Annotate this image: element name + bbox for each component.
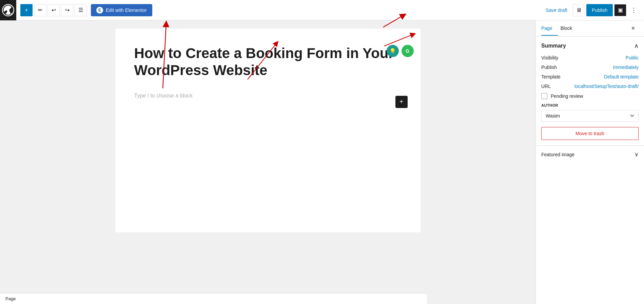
template-row: Template Default template: [541, 74, 639, 79]
author-select[interactable]: Wasim: [541, 110, 639, 122]
editor-area: 💡 G How to Create a Booking Form in Your…: [0, 20, 535, 304]
pending-review-row: Pending review: [541, 93, 639, 99]
more-options-button[interactable]: ⋮: [628, 4, 640, 16]
expand-icon: ∨: [635, 151, 639, 157]
grammarly-icon: G: [406, 48, 409, 54]
collapse-icon: ∧: [634, 42, 639, 49]
elementor-icon: E: [96, 7, 103, 14]
pending-review-label: Pending review: [551, 93, 583, 99]
bottom-bar: Page: [0, 293, 427, 304]
add-block-toolbar-button[interactable]: +: [20, 4, 33, 16]
bulb-icon: 💡: [389, 48, 396, 54]
green-grammarly-icon[interactable]: G: [402, 45, 414, 57]
visibility-label: Visibility: [541, 55, 558, 60]
plus-icon: +: [399, 98, 404, 106]
elementor-btn-label: Edit with Elementor: [106, 7, 147, 13]
toolbar: + ✏ ↩ ↪ ☰ E Edit with Elementor Save dra…: [0, 0, 644, 20]
undo-icon: ↩: [52, 7, 56, 13]
post-title[interactable]: How to Create a Booking Form in Your Wor…: [134, 45, 402, 79]
tab-page[interactable]: Page: [541, 21, 558, 36]
undo-button[interactable]: ↩: [47, 4, 60, 16]
url-row: URL localhost/SetupTest/auto-draft/: [541, 84, 639, 89]
add-block-inline-button[interactable]: +: [395, 96, 408, 108]
sidebar: Page Block × Summary ∧ Visibility Public…: [535, 20, 644, 304]
preview-button[interactable]: 🖥: [573, 4, 585, 16]
move-to-trash-button[interactable]: Move to trash: [541, 127, 639, 140]
author-section: AUTHOR Wasim: [541, 103, 639, 122]
summary-header: Summary ∧: [541, 42, 639, 50]
add-icon: +: [25, 7, 28, 13]
edit-with-elementor-button[interactable]: E Edit with Elementor: [91, 4, 152, 16]
more-icon: ⋮: [631, 6, 637, 14]
summary-section: Summary ∧ Visibility Public Publish Imme…: [536, 37, 644, 146]
svg-line-3: [384, 34, 413, 46]
publish-value[interactable]: Immediately: [613, 65, 639, 70]
publish-button[interactable]: Publish: [586, 4, 613, 16]
visibility-row: Visibility Public: [541, 55, 639, 60]
pencil-icon: ✏: [38, 7, 42, 13]
featured-image-section: Featured image ∨: [536, 146, 644, 163]
template-label: Template: [541, 74, 561, 79]
publish-row: Publish Immediately: [541, 65, 639, 70]
block-placeholder[interactable]: Type / to choose a block: [134, 90, 402, 102]
main-layout: 💡 G How to Create a Booking Form in Your…: [0, 20, 644, 304]
edit-pencil-button[interactable]: ✏: [34, 4, 46, 16]
url-value[interactable]: localhost/SetupTest/auto-draft/: [574, 84, 639, 89]
redo-button[interactable]: ↪: [61, 4, 73, 16]
template-value[interactable]: Default template: [604, 74, 639, 79]
teal-plugin-icon[interactable]: 💡: [387, 45, 399, 57]
floating-icons: 💡 G: [387, 45, 414, 57]
url-label: URL: [541, 84, 551, 89]
list-icon: ☰: [78, 7, 83, 13]
author-section-label: AUTHOR: [541, 103, 639, 107]
featured-image-toggle-button[interactable]: ∨: [635, 151, 639, 158]
pending-review-checkbox[interactable]: [541, 93, 547, 99]
summary-toggle-button[interactable]: ∧: [634, 42, 639, 50]
wp-logo: [0, 0, 16, 20]
tab-block[interactable]: Block: [561, 21, 578, 36]
sidebar-toggle-button[interactable]: ▣: [614, 4, 626, 16]
summary-title: Summary: [541, 43, 566, 49]
bottom-bar-text: Page: [5, 296, 16, 301]
redo-icon: ↪: [65, 7, 70, 13]
visibility-value[interactable]: Public: [626, 55, 639, 60]
sidebar-header: Page Block ×: [536, 20, 644, 37]
sidebar-icon: ▣: [618, 7, 623, 13]
list-view-button[interactable]: ☰: [75, 4, 87, 16]
save-draft-button[interactable]: Save draft: [542, 5, 571, 16]
monitor-icon: 🖥: [576, 7, 582, 13]
sidebar-close-button[interactable]: ×: [628, 23, 639, 34]
featured-image-header: Featured image ∨: [541, 151, 639, 158]
publish-label: Publish: [541, 65, 557, 70]
featured-image-title: Featured image: [541, 152, 574, 157]
editor-canvas: 💡 G How to Create a Booking Form in Your…: [115, 29, 421, 232]
